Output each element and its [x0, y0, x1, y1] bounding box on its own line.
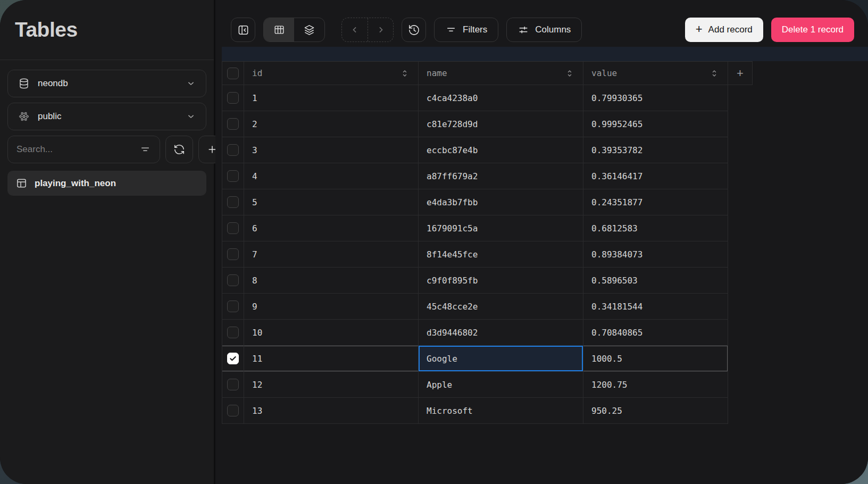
filters-button[interactable]: Filters [434, 18, 498, 42]
row-checkbox[interactable] [227, 301, 239, 312]
cell-value[interactable]: 0.34181544 [583, 294, 728, 320]
add-record-button[interactable]: + Add record [685, 18, 763, 42]
cell-name[interactable]: Microsoft [419, 398, 583, 424]
cell-value[interactable]: 0.24351877 [583, 189, 728, 215]
row-checkbox-cell[interactable] [222, 268, 244, 294]
cell-name[interactable]: c9f0f895fb [419, 268, 583, 294]
cell-value[interactable]: 0.36146417 [583, 163, 728, 189]
cell-value[interactable]: 1000.5 [583, 346, 728, 372]
row-checkbox-cell[interactable] [222, 137, 244, 163]
cell-value[interactable]: 0.6812583 [583, 215, 728, 241]
row-checkbox-cell[interactable] [222, 320, 244, 346]
row-checkbox[interactable] [227, 170, 239, 182]
cell-name[interactable]: Google [419, 346, 583, 372]
cell-id[interactable]: 12 [244, 372, 419, 398]
row-checkbox[interactable] [227, 353, 239, 364]
history-button[interactable] [402, 18, 426, 42]
chevron-down-icon [186, 78, 196, 89]
row-checkbox-cell[interactable] [222, 294, 244, 320]
row-checkbox[interactable] [227, 196, 239, 208]
cell-id[interactable]: 13 [244, 398, 419, 424]
undo-button[interactable] [342, 18, 368, 41]
row-checkbox-cell[interactable] [222, 241, 244, 268]
sort-icon[interactable] [399, 68, 410, 79]
cell-value[interactable]: 0.99952465 [583, 111, 728, 137]
refresh-button[interactable] [165, 136, 193, 163]
layers-view-button[interactable] [294, 18, 324, 41]
toolbar: Filters Columns + Add record Delete 1 re… [215, 0, 868, 47]
cell-id[interactable]: 4 [244, 163, 419, 189]
empty-cell [728, 268, 753, 294]
collapse-sidebar-button[interactable] [231, 18, 255, 42]
cell-id[interactable]: 3 [244, 137, 419, 163]
cell-name[interactable]: eccbc87e4b [419, 137, 583, 163]
select-all-checkbox[interactable] [227, 68, 239, 79]
row-checkbox[interactable] [227, 327, 239, 338]
row-checkbox[interactable] [227, 118, 239, 130]
database-select[interactable]: neondb [7, 70, 206, 97]
table-body: 1c4ca4238a00.799303652c81e728d9d0.999524… [222, 85, 753, 424]
cell-id[interactable]: 1 [244, 85, 419, 111]
cell-name[interactable]: a87ff679a2 [419, 163, 583, 189]
grid-view-button[interactable] [264, 18, 294, 41]
sort-icon[interactable] [564, 68, 575, 79]
add-column-button[interactable]: + [728, 61, 753, 85]
cell-id[interactable]: 8 [244, 268, 419, 294]
cell-name[interactable]: 8f14e45fce [419, 241, 583, 268]
filter-lines-icon[interactable] [139, 144, 151, 155]
cell-id[interactable]: 10 [244, 320, 419, 346]
search-field-wrap[interactable] [7, 136, 160, 163]
cell-value[interactable]: 0.89384073 [583, 241, 728, 268]
sidebar-header: Tables [0, 0, 214, 60]
row-checkbox[interactable] [227, 248, 239, 260]
cell-value[interactable]: 0.39353782 [583, 137, 728, 163]
cell-id[interactable]: 11 [244, 346, 419, 372]
row-checkbox-cell[interactable] [222, 111, 244, 137]
cell-name[interactable]: Apple [419, 372, 583, 398]
row-checkbox-cell[interactable] [222, 163, 244, 189]
sidebar-item-playing_with_neon[interactable]: playing_with_neon [7, 171, 206, 196]
cell-id[interactable]: 5 [244, 189, 419, 215]
column-header-name[interactable]: name [419, 61, 583, 85]
row-checkbox[interactable] [227, 379, 239, 390]
filters-button-label: Filters [463, 24, 487, 35]
row-checkbox[interactable] [227, 92, 239, 104]
cell-id[interactable]: 9 [244, 294, 419, 320]
cell-value[interactable]: 950.25 [583, 398, 728, 424]
row-checkbox-cell[interactable] [222, 346, 244, 372]
column-header-id[interactable]: id [244, 61, 419, 85]
schema-select[interactable]: public [7, 103, 206, 130]
adjustments-icon [518, 24, 529, 36]
row-checkbox[interactable] [227, 405, 239, 416]
sort-icon[interactable] [709, 68, 720, 79]
redo-button[interactable] [368, 18, 393, 41]
cell-value[interactable]: 0.79930365 [583, 85, 728, 111]
cell-name[interactable]: 1679091c5a [419, 215, 583, 241]
row-checkbox-cell[interactable] [222, 85, 244, 111]
cell-id[interactable]: 6 [244, 215, 419, 241]
column-header-value[interactable]: value [583, 61, 728, 85]
row-checkbox-cell[interactable] [222, 189, 244, 215]
cell-name[interactable]: e4da3b7fbb [419, 189, 583, 215]
search-row [7, 136, 206, 163]
row-checkbox[interactable] [227, 274, 239, 286]
cell-value[interactable]: 1200.75 [583, 372, 728, 398]
add-record-label: Add record [708, 24, 753, 35]
cell-name[interactable]: d3d9446802 [419, 320, 583, 346]
row-checkbox[interactable] [227, 222, 239, 234]
row-checkbox-cell[interactable] [222, 398, 244, 424]
cell-name[interactable]: c4ca4238a0 [419, 85, 583, 111]
row-checkbox-cell[interactable] [222, 372, 244, 398]
row-checkbox[interactable] [227, 144, 239, 156]
cell-id[interactable]: 2 [244, 111, 419, 137]
delete-record-button[interactable]: Delete 1 record [771, 18, 854, 42]
cell-name[interactable]: c81e728d9d [419, 111, 583, 137]
cell-name[interactable]: 45c48cce2e [419, 294, 583, 320]
columns-button[interactable]: Columns [506, 18, 582, 42]
select-all-cell[interactable] [222, 61, 244, 85]
cell-value[interactable]: 0.70840865 [583, 320, 728, 346]
cell-value[interactable]: 0.5896503 [583, 268, 728, 294]
cell-id[interactable]: 7 [244, 241, 419, 268]
search-input[interactable] [16, 144, 134, 155]
row-checkbox-cell[interactable] [222, 215, 244, 241]
